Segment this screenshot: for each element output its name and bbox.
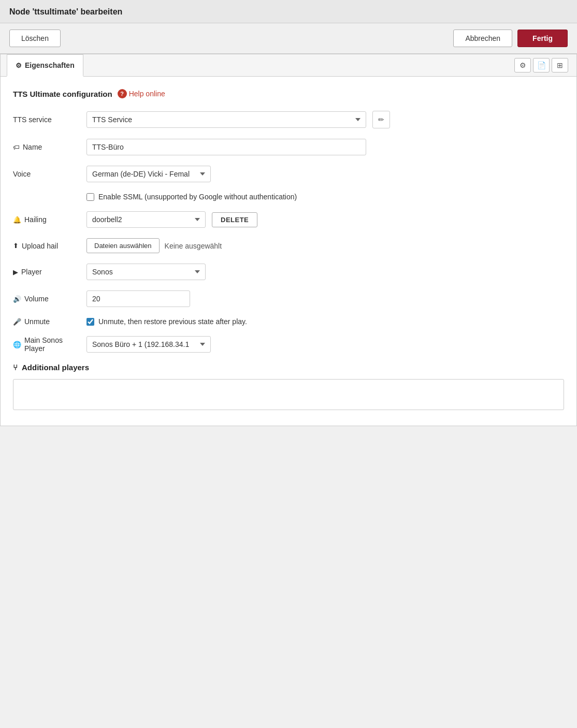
toolbar: Löschen Abbrechen Fertig — [0, 23, 577, 54]
unmute-checkbox-label[interactable]: Unmute, then restore previous state afte… — [86, 317, 247, 326]
tts-service-select[interactable]: TTS Service — [86, 111, 366, 128]
upload-hail-label-text: Upload hail — [22, 242, 58, 250]
main-sonos-player-label-text: Main Sonos Player — [24, 336, 80, 353]
tab-actions: ⚙ 📄 ⊞ — [514, 58, 570, 72]
name-row: 🏷 Name — [13, 139, 564, 155]
branch-icon: ⑂ — [13, 363, 18, 372]
volume-input[interactable] — [86, 290, 190, 307]
unmute-checkbox[interactable] — [86, 318, 94, 326]
abbrechen-button[interactable]: Abbrechen — [453, 30, 512, 47]
help-icon: ? — [118, 89, 127, 98]
tab-action-grid[interactable]: ⊞ — [552, 58, 568, 72]
unmute-checkbox-text: Unmute, then restore previous state afte… — [98, 317, 247, 326]
no-file-text: Keine ausgewählt — [165, 242, 222, 250]
page-wrapper: Node 'ttsultimate' bearbeiten Löschen Ab… — [0, 0, 577, 728]
name-input[interactable] — [86, 139, 366, 155]
loschen-button[interactable]: Löschen — [9, 30, 61, 47]
bell-icon: 🔔 — [13, 216, 21, 224]
ssml-checkbox-text: Enable SSML (unsupported by Google witho… — [98, 193, 297, 201]
main-sonos-player-row: 🌐 Main Sonos Player Sonos Büro + 1 (192.… — [13, 336, 564, 353]
upload-hail-row: ⬆ Upload hail Dateien auswählen Keine au… — [13, 238, 564, 253]
volume-row: 🔊 Volume — [13, 290, 564, 307]
voice-select[interactable]: German (de-DE) Vicki - Femal — [86, 166, 211, 182]
player-row: ▶ Player Sonos — [13, 264, 564, 280]
globe-icon: 🌐 — [13, 341, 21, 348]
hailing-delete-button[interactable]: DELETE — [212, 212, 257, 227]
ssml-checkbox[interactable] — [86, 193, 94, 201]
voice-label: Voice — [13, 170, 80, 178]
volume-label: 🔊 Volume — [13, 295, 80, 303]
help-label: Help online — [129, 90, 165, 98]
tab-bar: ⚙ Eigenschaften ⚙ 📄 ⊞ — [1, 54, 576, 77]
additional-players-title: Additional players — [22, 363, 89, 372]
play-icon: ▶ — [13, 268, 18, 276]
tag-icon: 🏷 — [13, 143, 20, 151]
section-title-text: TTS Ultimate configuration — [13, 90, 112, 98]
form-content: TTS Ultimate configuration ? Help online… — [1, 77, 576, 426]
tab-eigenschaften-label: Eigenschaften — [25, 61, 75, 69]
help-online-link[interactable]: ? Help online — [118, 89, 165, 98]
hailing-row: 🔔 Hailing doorbell2 DELETE — [13, 211, 564, 228]
unmute-label: 🎤 Unmute — [13, 317, 80, 326]
hailing-label: 🔔 Hailing — [13, 215, 80, 224]
additional-players-header: ⑂ Additional players — [13, 363, 564, 372]
player-label: ▶ Player — [13, 268, 80, 276]
volume-label-text: Volume — [24, 295, 49, 303]
tts-service-edit-button[interactable]: ✏ — [372, 111, 390, 128]
name-label-text: Name — [23, 143, 42, 151]
main-sonos-player-select[interactable]: Sonos Büro + 1 (192.168.34.1 — [86, 336, 211, 353]
upload-icon: ⬆ — [13, 242, 19, 250]
section-title: TTS Ultimate configuration ? Help online — [13, 89, 564, 98]
unmute-label-text: Unmute — [24, 317, 50, 326]
voice-row: Voice German (de-DE) Vicki - Femal — [13, 166, 564, 182]
choose-file-button[interactable]: Dateien auswählen — [86, 238, 160, 253]
tts-service-label-text: TTS service — [13, 115, 52, 124]
player-select[interactable]: Sonos — [86, 264, 206, 280]
hailing-select[interactable]: doorbell2 — [86, 211, 206, 228]
name-label: 🏷 Name — [13, 143, 80, 151]
main-content: ⚙ Eigenschaften ⚙ 📄 ⊞ TTS Ultimate confi… — [0, 54, 577, 426]
main-sonos-player-label: 🌐 Main Sonos Player — [13, 336, 80, 353]
fertig-button[interactable]: Fertig — [517, 30, 568, 47]
upload-area: Dateien auswählen Keine ausgewählt — [86, 238, 222, 253]
ssml-row: Enable SSML (unsupported by Google witho… — [13, 193, 564, 201]
tab-eigenschaften[interactable]: ⚙ Eigenschaften — [7, 54, 83, 77]
microphone-icon: 🎤 — [13, 318, 21, 326]
tab-action-doc[interactable]: 📄 — [533, 58, 550, 72]
additional-players-box — [13, 379, 564, 410]
player-label-text: Player — [21, 268, 42, 276]
upload-hail-label: ⬆ Upload hail — [13, 242, 80, 250]
tab-action-gear[interactable]: ⚙ — [514, 58, 531, 72]
gear-tab-icon: ⚙ — [16, 62, 22, 69]
ssml-checkbox-label[interactable]: Enable SSML (unsupported by Google witho… — [86, 193, 297, 201]
title-bar: Node 'ttsultimate' bearbeiten — [0, 0, 577, 23]
voice-label-text: Voice — [13, 170, 31, 178]
hailing-label-text: Hailing — [24, 215, 47, 224]
tts-service-row: TTS service TTS Service ✏ — [13, 111, 564, 128]
unmute-row: 🎤 Unmute Unmute, then restore previous s… — [13, 317, 564, 326]
tts-service-label: TTS service — [13, 115, 80, 124]
volume-icon: 🔊 — [13, 295, 21, 303]
page-title: Node 'ttsultimate' bearbeiten — [9, 7, 568, 17]
